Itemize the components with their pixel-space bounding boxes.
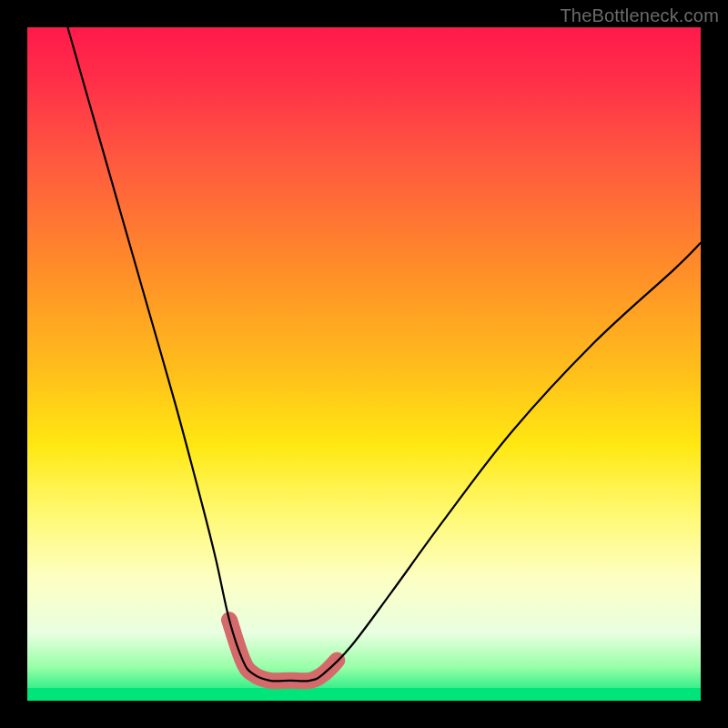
chart-frame: TheBottleneck.com [0,0,728,728]
bottleneck-curve [67,27,701,681]
watermark-text: TheBottleneck.com [560,5,719,26]
plot-area [27,27,701,701]
curve-svg [27,27,701,701]
valley-accent-path [229,620,337,681]
